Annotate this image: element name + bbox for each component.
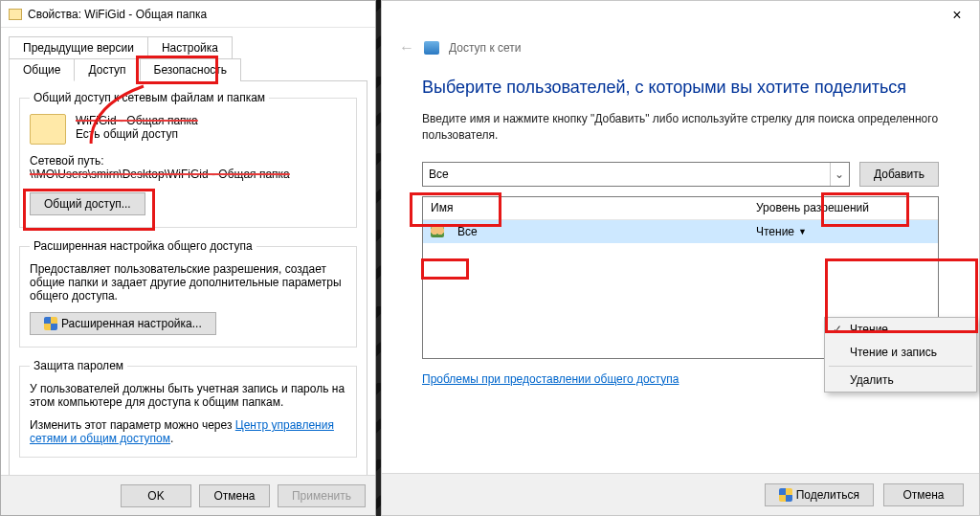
password-link-before: Изменить этот параметр можно через <box>30 418 235 432</box>
wizard-crumb: ← Доступ к сети <box>382 30 979 60</box>
folder-icon <box>9 9 22 20</box>
apply-button: Применить <box>278 484 366 507</box>
tab-customize[interactable]: Настройка <box>147 36 233 58</box>
row-perm-label: Чтение <box>756 225 794 238</box>
tab-general[interactable]: Общие <box>9 58 75 81</box>
ok-button[interactable]: OK <box>121 484 191 507</box>
tab-sharing[interactable]: Доступ <box>74 58 140 81</box>
wizard-footer: Поделиться Отмена <box>382 473 979 515</box>
shield-icon <box>44 317 57 330</box>
user-combo-input[interactable] <box>422 162 850 187</box>
user-combo[interactable]: ⌄ <box>422 162 850 187</box>
permission-menu: Чтение Чтение и запись Удалить <box>824 317 977 393</box>
share-status: Есть общий доступ <box>76 127 198 141</box>
wizard-heading: Выберите пользователей, с которыми вы хо… <box>422 78 939 98</box>
menu-separator <box>829 366 972 367</box>
wizard-cancel-button[interactable]: Отмена <box>883 483 964 506</box>
menu-readwrite[interactable]: Чтение и запись <box>825 341 976 364</box>
list-row[interactable]: Все Чтение ▼ <box>423 220 938 243</box>
network-share-legend: Общий доступ к сетевым файлам и папкам <box>30 91 269 104</box>
share-button[interactable]: Общий доступ... <box>30 192 145 215</box>
network-share-group: Общий доступ к сетевым файлам и папкам W… <box>19 91 357 228</box>
wizard-titlebar: × <box>382 1 979 30</box>
chevron-down-icon[interactable]: ⌄ <box>830 163 849 186</box>
properties-dialog: Свойства: WiFiGid - Общая папка Предыдущ… <box>0 0 376 516</box>
share-confirm-label: Поделиться <box>796 488 859 502</box>
share-wizard: × ← Доступ к сети Выберите пользователей… <box>381 0 980 516</box>
back-icon[interactable]: ← <box>399 39 414 56</box>
col-perm[interactable]: Уровень разрешений <box>756 201 938 214</box>
password-legend: Защита паролем <box>30 359 127 372</box>
advanced-share-button[interactable]: Расширенная настройка... <box>30 312 216 335</box>
people-icon <box>424 41 439 55</box>
menu-remove[interactable]: Удалить <box>825 369 976 392</box>
properties-footer: OK Отмена Применить <box>1 475 375 515</box>
add-button[interactable]: Добавить <box>859 162 939 187</box>
advanced-share-button-label: Расширенная настройка... <box>61 317 202 330</box>
advanced-share-desc: Предоставляет пользовательские разрешени… <box>30 262 346 303</box>
list-header: Имя Уровень разрешений <box>423 197 938 220</box>
crumb-label: Доступ к сети <box>449 41 521 55</box>
wizard-hint: Введите имя и нажмите кнопку "Добавить" … <box>422 111 939 145</box>
advanced-share-legend: Расширенная настройка общего доступа <box>30 239 256 253</box>
share-confirm-button[interactable]: Поделиться <box>765 483 874 506</box>
share-name: WiFiGid - Общая папка <box>76 114 198 127</box>
shield-icon <box>779 488 792 502</box>
row-name: Все <box>450 225 756 238</box>
tab-previous-versions[interactable]: Предыдущие версии <box>9 36 148 58</box>
troubleshoot-link[interactable]: Проблемы при предоставлении общего досту… <box>422 372 679 386</box>
advanced-share-group: Расширенная настройка общего доступа Пре… <box>19 239 357 348</box>
folder-icon <box>30 114 66 145</box>
cancel-button[interactable]: Отмена <box>199 484 270 507</box>
chevron-down-icon: ▼ <box>798 227 807 236</box>
sharing-panel: Общий доступ к сетевым файлам и папкам W… <box>9 80 368 485</box>
tab-security[interactable]: Безопасность <box>140 58 242 81</box>
col-name[interactable]: Имя <box>423 201 756 214</box>
network-path-label: Сетевой путь: <box>30 154 346 168</box>
row-perm[interactable]: Чтение ▼ <box>756 225 938 238</box>
properties-titlebar: Свойства: WiFiGid - Общая папка <box>1 1 375 28</box>
group-icon <box>431 226 444 237</box>
network-path: \\MO\Users\smirn\Desktop\WiFiGid - Общая… <box>30 168 346 181</box>
menu-read[interactable]: Чтение <box>825 318 976 341</box>
password-group: Защита паролем У пользователей должны бы… <box>19 359 357 458</box>
password-desc: У пользователей должны быть учетная запи… <box>30 382 346 409</box>
properties-title: Свойства: WiFiGid - Общая папка <box>28 8 207 21</box>
close-icon[interactable]: × <box>941 7 973 24</box>
